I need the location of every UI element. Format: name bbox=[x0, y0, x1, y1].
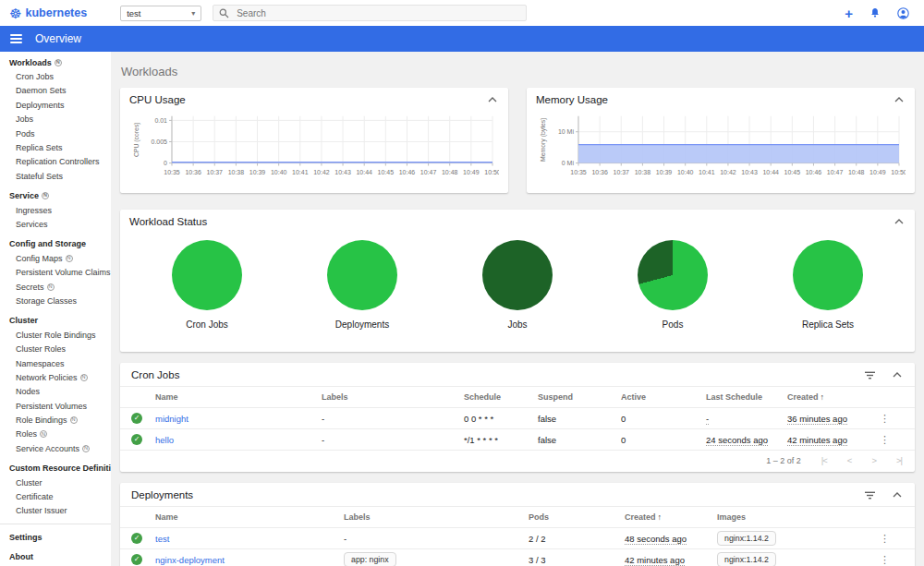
sidebar-item-stateful-sets[interactable]: Stateful Sets bbox=[0, 169, 111, 183]
filter-icon[interactable] bbox=[864, 371, 876, 379]
resource-name-link[interactable]: midnight bbox=[155, 414, 188, 424]
cell-suspend: false bbox=[538, 414, 621, 424]
svg-text:0: 0 bbox=[164, 160, 167, 166]
sidebar-item-replication-controllers[interactable]: Replication Controllers bbox=[0, 155, 111, 169]
column-header-suspend[interactable]: Suspend bbox=[538, 392, 621, 402]
sidebar-item-persistent-volume-claims[interactable]: Persistent Volume ClaimsN bbox=[0, 265, 111, 279]
collapse-chevron-icon[interactable] bbox=[891, 370, 904, 379]
collapse-chevron-icon[interactable] bbox=[893, 95, 906, 104]
sidebar-item-network-policies[interactable]: Network PoliciesN bbox=[0, 370, 111, 384]
sidebar-item-nodes[interactable]: Nodes bbox=[0, 385, 111, 399]
sidebar-item-cluster-roles[interactable]: Cluster Roles bbox=[0, 342, 111, 355]
sidebar-item-secrets[interactable]: SecretsN bbox=[0, 280, 111, 294]
namespace-selector[interactable]: test ▾ bbox=[120, 6, 201, 21]
svg-text:10:45: 10:45 bbox=[784, 169, 801, 175]
sidebar-item-label: About bbox=[9, 552, 33, 561]
sidebar-item-cluster-issuer[interactable]: Cluster Issuer bbox=[0, 504, 111, 518]
sidebar-item-role-bindings[interactable]: Role BindingsN bbox=[0, 413, 111, 427]
sidebar-item-workloads[interactable]: WorkloadsN bbox=[0, 55, 111, 69]
sidebar-item-label: Cluster bbox=[9, 316, 38, 325]
search-bar[interactable] bbox=[213, 5, 527, 21]
svg-text:10:40: 10:40 bbox=[271, 169, 287, 175]
sidebar-item-certificate[interactable]: Certificate bbox=[0, 489, 111, 503]
pie-chart[interactable] bbox=[172, 240, 242, 310]
column-header-images[interactable]: Images bbox=[717, 512, 880, 522]
column-header-last-schedule[interactable]: Last Schedule bbox=[706, 392, 787, 402]
sidebar-item-about[interactable]: About bbox=[0, 550, 111, 564]
cpu-usage-card: CPU Usage 10:3510:3610:3710:3810:3910:40… bbox=[120, 88, 508, 193]
sidebar-item-service[interactable]: ServiceN bbox=[0, 189, 111, 203]
sidebar-item-label: Workloads bbox=[9, 58, 52, 67]
sidebar-item-label: Custom Resource Definitions bbox=[9, 464, 111, 473]
resource-name-link[interactable]: nginx-deployment bbox=[155, 555, 225, 565]
sidebar-item-pods[interactable]: Pods bbox=[0, 126, 111, 140]
column-header-created[interactable]: Created↑ bbox=[625, 512, 717, 522]
column-header-name[interactable]: Name bbox=[155, 512, 344, 522]
notifications-bell-icon[interactable] bbox=[869, 7, 881, 18]
svg-text:10:46: 10:46 bbox=[399, 169, 416, 175]
previous-page-icon[interactable]: < bbox=[847, 455, 852, 465]
column-header-schedule[interactable]: Schedule bbox=[464, 392, 538, 402]
pagination-range: 1 – 2 of 2 bbox=[766, 456, 801, 465]
sidebar-item-roles[interactable]: RolesN bbox=[0, 428, 111, 441]
row-actions-menu-button[interactable]: ⋮ bbox=[880, 554, 890, 565]
workload-pie-deployments: Deployments bbox=[288, 240, 436, 330]
row-actions-menu-button[interactable]: ⋮ bbox=[880, 533, 890, 544]
sidebar-item-daemon-sets[interactable]: Daemon Sets bbox=[0, 84, 111, 98]
sidebar-item-custom-resource-definitions[interactable]: Custom Resource Definitions bbox=[0, 462, 111, 476]
next-page-icon[interactable]: > bbox=[871, 455, 876, 465]
sidebar-item-namespaces[interactable]: Namespaces bbox=[0, 356, 111, 370]
menu-hamburger-icon[interactable] bbox=[10, 34, 22, 43]
first-page-icon[interactable]: |< bbox=[821, 455, 827, 465]
sidebar-item-cluster-role-bindings[interactable]: Cluster Role Bindings bbox=[0, 328, 111, 342]
search-input[interactable] bbox=[235, 7, 520, 19]
last-page-icon[interactable]: >| bbox=[896, 455, 902, 465]
sidebar-item-label: Replica Sets bbox=[16, 143, 63, 152]
card-title: Memory Usage bbox=[536, 94, 893, 105]
sidebar-item-service-accounts[interactable]: Service AccountsN bbox=[0, 441, 111, 455]
pie-chart[interactable] bbox=[793, 240, 863, 310]
card-title: Deployments bbox=[131, 489, 864, 500]
filter-icon[interactable] bbox=[864, 491, 876, 500]
svg-text:10:45: 10:45 bbox=[378, 169, 395, 175]
cell-active: 0 bbox=[621, 414, 706, 424]
sidebar-item-config-maps[interactable]: Config MapsN bbox=[0, 251, 111, 265]
row-actions-menu-button[interactable]: ⋮ bbox=[880, 413, 890, 424]
resource-name-link[interactable]: hello bbox=[155, 435, 174, 445]
user-account-icon[interactable] bbox=[897, 7, 909, 19]
pie-chart[interactable] bbox=[482, 240, 553, 310]
sidebar-item-settings[interactable]: Settings bbox=[0, 530, 111, 544]
sidebar-item-label: Daemon Sets bbox=[16, 86, 67, 95]
create-resource-button[interactable]: + bbox=[845, 6, 853, 20]
column-header-pods[interactable]: Pods bbox=[529, 512, 625, 522]
sidebar-item-cluster[interactable]: Cluster bbox=[0, 314, 111, 328]
row-actions-menu-button[interactable]: ⋮ bbox=[880, 434, 890, 445]
sidebar-item-deployments[interactable]: Deployments bbox=[0, 98, 111, 112]
pie-chart[interactable] bbox=[327, 240, 397, 310]
cron-jobs-table: NameLabelsScheduleSuspendActiveLast Sche… bbox=[120, 386, 915, 450]
sidebar-item-persistent-volumes[interactable]: Persistent Volumes bbox=[0, 399, 111, 413]
svg-text:10:42: 10:42 bbox=[313, 169, 330, 175]
sidebar-item-replica-sets[interactable]: Replica Sets bbox=[0, 140, 111, 154]
sidebar-item-services[interactable]: Services bbox=[0, 217, 111, 231]
column-header-created[interactable]: Created↑ bbox=[787, 392, 880, 402]
pie-chart[interactable] bbox=[638, 240, 708, 310]
sidebar-item-storage-classes[interactable]: Storage Classes bbox=[0, 294, 111, 307]
column-header-name[interactable]: Name bbox=[155, 392, 322, 402]
collapse-chevron-icon[interactable] bbox=[893, 217, 906, 226]
sidebar-item-jobs[interactable]: Jobs bbox=[0, 113, 111, 126]
sidebar-item-config-and-storage[interactable]: Config and Storage bbox=[0, 237, 111, 251]
sort-ascending-icon: ↑ bbox=[821, 392, 825, 402]
column-header-labels[interactable]: Labels bbox=[322, 392, 464, 402]
label-chip: app: nginx bbox=[344, 552, 396, 566]
deployments-table: NameLabelsPodsCreated↑Images✓test-2 / 24… bbox=[120, 506, 915, 566]
sidebar-item-cluster[interactable]: Cluster bbox=[0, 476, 111, 489]
column-header-labels[interactable]: Labels bbox=[344, 512, 529, 522]
column-header-active[interactable]: Active bbox=[621, 392, 706, 402]
sidebar-item-cron-jobs[interactable]: Cron Jobs bbox=[0, 69, 111, 83]
collapse-chevron-icon[interactable] bbox=[891, 490, 904, 500]
namespaced-badge-icon: N bbox=[70, 416, 78, 424]
sidebar-item-ingresses[interactable]: Ingresses bbox=[0, 203, 111, 217]
resource-name-link[interactable]: test bbox=[155, 534, 169, 544]
collapse-chevron-icon[interactable] bbox=[486, 95, 499, 104]
